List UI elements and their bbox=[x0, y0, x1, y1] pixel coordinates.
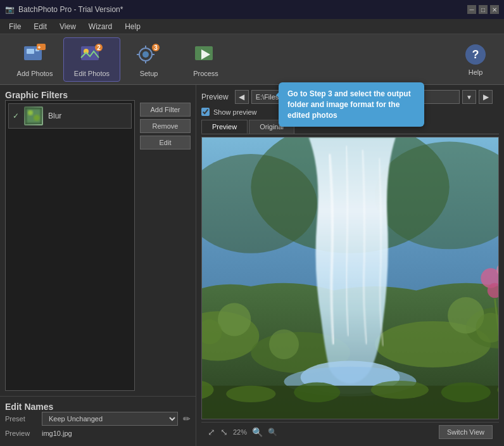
tab-preview[interactable]: Preview bbox=[201, 120, 248, 134]
svg-point-20 bbox=[34, 115, 40, 121]
process-label: Process bbox=[193, 70, 218, 77]
svg-point-31 bbox=[218, 303, 251, 336]
svg-point-46 bbox=[371, 381, 429, 399]
window-title: BatchPhoto Pro - Trial Version* bbox=[18, 5, 123, 14]
svg-text:3: 3 bbox=[154, 44, 158, 51]
left-panel: Graphic Filters ✓ bbox=[0, 85, 196, 446]
setup-label: Setup bbox=[140, 70, 158, 77]
preview-title: Preview bbox=[201, 92, 229, 101]
zoom-out-button[interactable]: 🔍 bbox=[268, 428, 277, 436]
zoom-fit-button[interactable]: ⤢ bbox=[208, 427, 215, 437]
switch-view-button[interactable]: Switch View bbox=[439, 425, 493, 439]
filter-check-icon: ✓ bbox=[13, 112, 19, 120]
svg-point-19 bbox=[28, 110, 33, 115]
status-bar: ⤢ ⤡ 22% 🔍 🔍 Switch View bbox=[201, 422, 499, 441]
toolbar: + Add Photos 2 Edit Photos 3 bbox=[0, 34, 504, 85]
preview-image-area bbox=[201, 137, 499, 419]
edit-names-title: Edit Names bbox=[5, 402, 191, 412]
setup-icon: 3 bbox=[136, 42, 161, 67]
title-bar: 📷 BatchPhoto Pro - Trial Version* ─ □ ✕ bbox=[0, 0, 504, 19]
filter-buttons: Add Filter Remove Edit bbox=[140, 100, 191, 391]
edit-names-section: Edit Names Preset Keep Unchanged ✏ Previ… bbox=[0, 396, 196, 446]
filter-blur-icon bbox=[24, 106, 43, 125]
svg-text:?: ? bbox=[472, 48, 479, 61]
next-image-button[interactable]: ▶ bbox=[479, 90, 493, 104]
svg-text:+: + bbox=[37, 44, 41, 51]
app-icon: 📷 bbox=[5, 5, 15, 14]
edit-photos-icon: 2 bbox=[79, 42, 104, 67]
zoom-in-button[interactable]: 🔍 bbox=[252, 427, 263, 437]
preview-filename: img10.jpg bbox=[42, 430, 72, 437]
preview-name-label: Preview bbox=[5, 430, 37, 437]
svg-point-35 bbox=[269, 329, 299, 359]
menu-wizard[interactable]: Wizard bbox=[82, 21, 118, 32]
filters-section: Graphic Filters ✓ bbox=[0, 85, 196, 396]
right-panel: Preview ◀ ▼ ▶ Show preview Preview Origi… bbox=[196, 85, 504, 446]
remove-filter-button[interactable]: Remove bbox=[140, 119, 191, 133]
zoom-percent: 22% bbox=[233, 428, 247, 436]
setup-button[interactable]: 3 Setup bbox=[120, 37, 177, 82]
menu-file[interactable]: File bbox=[3, 21, 27, 32]
show-preview-checkbox[interactable] bbox=[201, 108, 210, 116]
edit-photos-button[interactable]: 2 Edit Photos bbox=[63, 37, 120, 82]
tooltip-bubble: Go to Step 3 and select the output folde… bbox=[279, 82, 424, 127]
help-label: Help bbox=[469, 68, 483, 76]
preview-row: Preview img10.jpg bbox=[5, 430, 191, 437]
main-content: Graphic Filters ✓ bbox=[0, 85, 504, 446]
maximize-button[interactable]: □ bbox=[479, 5, 488, 14]
svg-text:2: 2 bbox=[97, 44, 101, 51]
add-photos-icon: + bbox=[22, 42, 47, 67]
edit-preset-icon[interactable]: ✏ bbox=[183, 414, 191, 424]
close-button[interactable]: ✕ bbox=[490, 5, 499, 14]
svg-rect-1 bbox=[27, 49, 34, 54]
svg-point-44 bbox=[226, 386, 275, 402]
show-preview-label[interactable]: Show preview bbox=[213, 108, 256, 116]
menu-bar: File Edit View Wizard Help bbox=[0, 19, 504, 34]
waterfall-image bbox=[202, 137, 498, 419]
add-photos-label: Add Photos bbox=[17, 70, 53, 77]
preset-select[interactable]: Keep Unchanged bbox=[42, 412, 178, 426]
menu-edit[interactable]: Edit bbox=[27, 21, 53, 32]
svg-point-45 bbox=[294, 383, 340, 402]
tooltip-text: Go to Step 3 and select the output folde… bbox=[287, 89, 411, 120]
preset-label: Preset bbox=[5, 415, 37, 423]
add-filter-button[interactable]: Add Filter bbox=[140, 103, 191, 117]
filter-blur-label: Blur bbox=[48, 112, 61, 120]
minimize-button[interactable]: ─ bbox=[467, 5, 476, 14]
process-icon bbox=[193, 42, 218, 67]
edit-photos-label: Edit Photos bbox=[74, 70, 110, 77]
add-photos-button[interactable]: + Add Photos bbox=[6, 37, 63, 82]
preset-row: Preset Keep Unchanged ✏ bbox=[5, 412, 191, 426]
path-dropdown[interactable]: ▼ bbox=[462, 90, 476, 104]
edit-filter-button[interactable]: Edit bbox=[140, 136, 191, 150]
zoom-controls: ⤢ ⤡ 22% 🔍 🔍 bbox=[208, 427, 277, 437]
svg-point-10 bbox=[142, 51, 149, 58]
filters-list: ✓ bbox=[5, 100, 135, 391]
filter-blur-item[interactable]: ✓ bbox=[8, 103, 132, 129]
help-button[interactable]: ? Help bbox=[453, 37, 498, 82]
menu-help[interactable]: Help bbox=[118, 21, 147, 32]
filters-and-buttons: ✓ bbox=[5, 100, 191, 391]
graphic-filters-title: Graphic Filters bbox=[5, 90, 191, 100]
process-button[interactable]: Process bbox=[177, 37, 234, 82]
prev-image-button[interactable]: ◀ bbox=[235, 90, 249, 104]
svg-point-47 bbox=[441, 383, 491, 402]
menu-view[interactable]: View bbox=[53, 21, 82, 32]
zoom-fit-out-button[interactable]: ⤡ bbox=[220, 427, 228, 437]
